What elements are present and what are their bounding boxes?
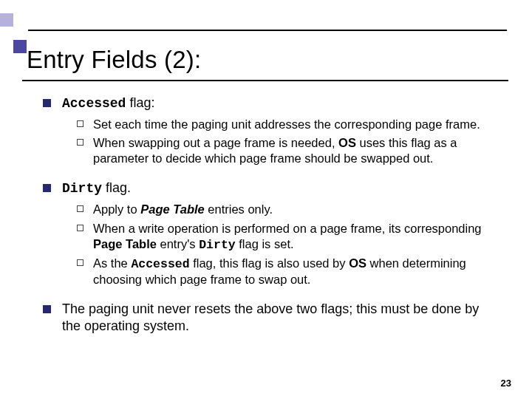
dirty-sublist: Apply to Page Table entries only. When a… <box>77 202 497 287</box>
text-pre: When a write operation is performed on a… <box>93 222 482 235</box>
text-os: OS <box>338 136 356 149</box>
dirty-sub-2: When a write operation is performed on a… <box>77 221 497 253</box>
title-underline <box>22 80 508 81</box>
slide-body: Accessed flag: Set each time the paging … <box>43 95 497 341</box>
bullet-accessed: Accessed flag: Set each time the paging … <box>43 95 497 166</box>
dirty-label-tail: flag. <box>102 180 131 195</box>
dirty-label-mono: Dirty <box>62 181 102 196</box>
page-number: 23 <box>501 378 511 389</box>
deco-square-dark <box>13 40 27 53</box>
text-accessed-mono: Accessed <box>131 257 189 271</box>
text-pre: When swapping out a page frame is needed… <box>93 136 338 149</box>
text-os: OS <box>349 256 366 270</box>
dirty-sub-1: Apply to Page Table entries only. <box>77 202 497 217</box>
accessed-label-mono: Accessed <box>62 96 126 111</box>
text-mid: entry's <box>157 237 199 250</box>
text-dirty-mono: Dirty <box>199 238 236 252</box>
text-post: flag is set. <box>236 237 294 250</box>
text-pagetable: Page Table <box>140 202 205 216</box>
accessed-sublist: Set each time the paging unit addresses … <box>77 117 497 166</box>
slide: Entry Fields (2): Accessed flag: Set eac… <box>0 0 532 399</box>
text-pre: Apply to <box>93 202 140 216</box>
text-pagetable: Page Table <box>93 237 157 250</box>
slide-title: Entry Fields (2): <box>27 46 201 74</box>
header-decoration <box>0 13 507 40</box>
text-pre: As the <box>93 256 131 270</box>
text-post: entries only. <box>205 202 273 216</box>
text-mid: flag, this flag is also used by <box>190 256 349 270</box>
accessed-label-tail: flag: <box>126 95 154 110</box>
accessed-sub-1: Set each time the paging unit addresses … <box>77 117 497 132</box>
bullet-dirty: Dirty flag. Apply to Page Table entries … <box>43 180 497 287</box>
note-text: The paging unit never resets the above t… <box>62 301 479 333</box>
accessed-sub-2: When swapping out a page frame is needed… <box>77 135 497 166</box>
bullet-note: The paging unit never resets the above t… <box>43 301 497 335</box>
deco-square-light <box>0 13 13 27</box>
text: Set each time the paging unit addresses … <box>93 117 480 131</box>
top-rule <box>28 30 507 31</box>
dirty-sub-3: As the Accessed flag, this flag is also … <box>77 256 497 287</box>
